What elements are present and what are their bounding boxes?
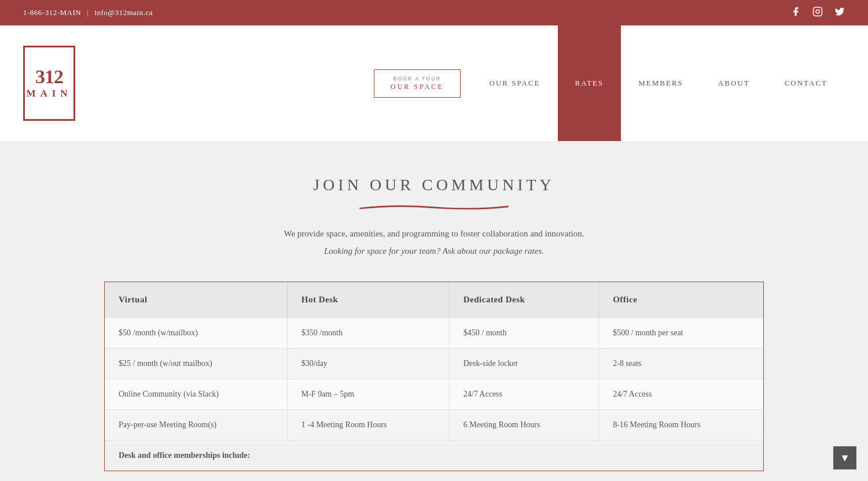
cell-dedicated-1: $450 / month: [449, 318, 598, 349]
book-tour-button[interactable]: BOOK A TOUR OUR SPACE: [374, 69, 461, 98]
cell-virtual-2: $25 / month (w/out mailbox): [105, 349, 287, 379]
cell-office-3: 24/7 Access: [599, 379, 763, 410]
table-body: $50 /month (w/mailbox) $350 /month $450 …: [105, 318, 763, 471]
table-row: $50 /month (w/mailbox) $350 /month $450 …: [105, 318, 763, 349]
nav-area: BOOK A TOUR OUR SPACE OUR SPACE RATES ME…: [98, 25, 868, 141]
includes-row: Desk and office memberships include:: [105, 441, 763, 471]
scroll-down-icon: ▼: [840, 452, 850, 464]
title-underline: [341, 202, 527, 209]
svg-rect-0: [814, 8, 822, 16]
logo-box: 312 MAIN: [23, 46, 75, 121]
header: 312 MAIN BOOK A TOUR OUR SPACE OUR SPACE…: [0, 25, 868, 141]
top-bar-contact-info: 1-866-312-MAIN | info@312main.ca: [23, 8, 153, 17]
book-tour-main-label: OUR SPACE: [391, 83, 444, 91]
cell-virtual-3: Online Community (via Slack): [105, 379, 287, 410]
table-row: Online Community (via Slack) M-F 9am – 5…: [105, 379, 763, 410]
nav-item-rates[interactable]: RATES: [558, 25, 621, 141]
nav-item-members[interactable]: MEMBERS: [621, 25, 701, 141]
desc-main: We provide space, amenities, and program…: [284, 229, 584, 238]
cell-dedicated-4: 6 Meeting Room Hours: [449, 410, 598, 441]
cell-dedicated-3: 24/7 Access: [449, 379, 598, 410]
includes-label: Desk and office memberships include:: [105, 441, 763, 471]
cell-hotdesk-1: $350 /month: [287, 318, 449, 349]
table-row: Pay-per-use Meeting Room(s) 1 -4 Meeting…: [105, 410, 763, 441]
nav-item-our-space[interactable]: OUR SPACE: [472, 25, 558, 141]
rates-table-wrapper: Virtual Hot Desk Dedicated Desk Office $…: [104, 282, 764, 471]
scroll-down-button[interactable]: ▼: [833, 446, 856, 469]
section-title: JOIN OUR COMMUNITY: [23, 176, 845, 194]
logo-wrapper[interactable]: 312 MAIN: [0, 25, 98, 141]
logo-number: 312: [35, 67, 63, 87]
table-header: Virtual Hot Desk Dedicated Desk Office: [105, 282, 763, 318]
nav-item-about[interactable]: ABOUT: [701, 25, 767, 141]
cell-virtual-1: $50 /month (w/mailbox): [105, 318, 287, 349]
col-header-virtual: Virtual: [105, 282, 287, 318]
cell-hotdesk-4: 1 -4 Meeting Room Hours: [287, 410, 449, 441]
phone-number[interactable]: 1-866-312-MAIN: [23, 8, 81, 17]
instagram-icon[interactable]: [812, 6, 823, 19]
rates-table: Virtual Hot Desk Dedicated Desk Office $…: [105, 282, 763, 471]
svg-point-1: [816, 10, 819, 13]
separator: |: [87, 8, 89, 17]
top-bar: 1-866-312-MAIN | info@312main.ca: [0, 0, 868, 25]
email-address[interactable]: info@312main.ca: [94, 8, 153, 17]
twitter-icon[interactable]: [834, 6, 845, 19]
table-row: $25 / month (w/out mailbox) $30/day Desk…: [105, 349, 763, 379]
col-header-office: Office: [599, 282, 763, 318]
section-description: We provide space, amenities, and program…: [231, 227, 637, 258]
cell-virtual-4: Pay-per-use Meeting Room(s): [105, 410, 287, 441]
cell-dedicated-2: Desk-side locker: [449, 349, 598, 379]
cell-hotdesk-2: $30/day: [287, 349, 449, 379]
col-header-hotdesk: Hot Desk: [287, 282, 449, 318]
table-header-row: Virtual Hot Desk Dedicated Desk Office: [105, 282, 763, 318]
book-tour-small-label: BOOK A TOUR: [393, 76, 441, 82]
cell-office-2: 2-8 seats: [599, 349, 763, 379]
cell-office-1: $500 / month per seat: [599, 318, 763, 349]
logo-word: MAIN: [26, 88, 72, 99]
svg-point-2: [819, 9, 821, 10]
col-header-dedicated: Dedicated Desk: [449, 282, 598, 318]
nav-item-contact[interactable]: CONTACT: [767, 25, 845, 141]
nav-links: OUR SPACE RATES MEMBERS ABOUT CONTACT: [472, 25, 845, 141]
cell-hotdesk-3: M-F 9am – 5pm: [287, 379, 449, 410]
cell-office-4: 8-16 Meeting Room Hours: [599, 410, 763, 441]
main-content: JOIN OUR COMMUNITY We provide space, ame…: [0, 141, 868, 481]
desc-italic: Looking for space for your team? Ask abo…: [231, 244, 637, 259]
social-links: [790, 6, 845, 19]
facebook-icon[interactable]: [790, 6, 801, 19]
